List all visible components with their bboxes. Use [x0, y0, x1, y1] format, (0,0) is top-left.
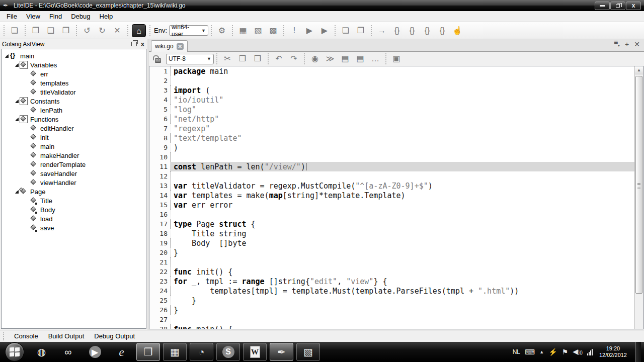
tree-item-main[interactable]: main [2, 142, 146, 151]
tree-item-edithandler[interactable]: editHandler [2, 124, 146, 133]
code-line[interactable]: 16 [149, 210, 634, 219]
build-icon[interactable]: ▦ [236, 24, 250, 37]
scrollbar-thumb[interactable] [635, 76, 642, 294]
build-and-run-icon[interactable]: ▶ [318, 24, 331, 37]
image-editor-icon[interactable]: ▧ [296, 343, 320, 361]
expand-arrow-icon[interactable] [14, 100, 20, 103]
fold-current-icon[interactable]: {} [390, 24, 404, 37]
code-line[interactable]: 5 "log" [149, 105, 634, 114]
paste-icon[interactable]: ❒ [251, 52, 264, 65]
unfold-icon[interactable]: {} [421, 24, 434, 37]
copy-icon[interactable]: ❐ [236, 52, 249, 65]
tab-close-icon[interactable]: ✕ [177, 43, 184, 50]
code-line[interactable]: 18 Title string [149, 229, 634, 238]
language-indicator[interactable]: NL [513, 348, 520, 355]
expand-arrow-icon[interactable] [4, 54, 10, 58]
unfold-all-icon[interactable]: {} [436, 24, 449, 37]
code-line[interactable]: 11const lenPath = len("/view/") [149, 162, 634, 171]
code-line[interactable]: 12 [149, 171, 634, 181]
output-tab-debug-output[interactable]: Debug Output [89, 331, 140, 341]
save-all-icon[interactable]: ❐ [59, 24, 72, 37]
menu-file[interactable]: File [2, 11, 22, 22]
code-line[interactable]: 6 "net/http" [149, 114, 634, 124]
media-player-icon[interactable]: ▶ [83, 343, 107, 361]
internet-explorer-icon[interactable]: e [110, 343, 133, 361]
code-line[interactable]: 15var err error [149, 200, 634, 210]
code-line[interactable]: 21 [149, 257, 634, 267]
close-panel-icon[interactable]: x [141, 41, 144, 47]
code-line[interactable]: 22func init() { [149, 267, 634, 277]
save-file-icon[interactable]: ❑ [44, 24, 57, 37]
code-editor[interactable]: 1package main23import (4 "io/ioutil"5 "l… [149, 66, 643, 329]
code-line[interactable]: 10 [149, 152, 634, 162]
env-select[interactable]: win64-user ▼ [169, 25, 208, 36]
expand-arrow-icon[interactable] [14, 118, 20, 121]
code-line[interactable]: 28func main() { [149, 324, 634, 329]
new-file-icon[interactable]: ❏ [8, 24, 21, 37]
code-line[interactable]: 2 [149, 76, 634, 85]
network-icon[interactable] [587, 348, 593, 355]
action-center-icon[interactable]: ⚑ [562, 348, 569, 356]
code-line[interactable]: 24 templates[tmpl] = template.Must(templ… [149, 286, 634, 296]
lock-icon[interactable] [155, 58, 161, 63]
revert-file-icon[interactable]: ↺ [80, 24, 94, 37]
tree-item-savehandler[interactable]: saveHandler [2, 169, 146, 178]
print-icon[interactable]: ▤ [339, 52, 352, 65]
start-button[interactable] [5, 342, 24, 361]
run-icon[interactable]: ▶ [303, 24, 316, 37]
code-line[interactable]: 3import ( [149, 85, 634, 95]
code-line[interactable]: 4 "io/ioutil" [149, 95, 634, 105]
goto-arrow-icon[interactable]: → [375, 24, 388, 37]
skype-icon[interactable]: S [216, 343, 240, 361]
code-line[interactable]: 14var templates = make(map[string]*templ… [149, 191, 634, 200]
menu-view[interactable]: View [22, 11, 45, 22]
print-preview-icon[interactable]: ▤ [354, 52, 367, 65]
firefox-icon[interactable]: ◔ [190, 343, 213, 361]
restore-button[interactable] [610, 2, 625, 10]
undo-icon[interactable]: ↶ [272, 52, 285, 65]
minimize-button[interactable] [595, 2, 610, 10]
expand-arrow-icon[interactable] [14, 190, 20, 194]
close-file-icon[interactable]: ✕ [111, 24, 124, 37]
tree-item-titlevalidator[interactable]: titleValidator [2, 87, 146, 97]
format-doc-icon[interactable]: ❏ [339, 24, 352, 37]
code-line[interactable]: 19 Body []byte [149, 238, 634, 248]
cut-icon[interactable]: ✂ [221, 52, 234, 65]
tree-item-constants[interactable]: Constants [2, 97, 146, 106]
open-file-icon[interactable]: ❒ [29, 24, 42, 37]
menu-help[interactable]: Help [95, 11, 118, 22]
compile-icon[interactable]: ! [288, 24, 301, 37]
code-line[interactable]: 13var titleValidator = regexp.MustCompil… [149, 181, 634, 191]
word-icon[interactable]: W [243, 343, 267, 361]
float-panel-icon[interactable] [131, 42, 137, 46]
overview-icon[interactable]: ▣ [390, 52, 403, 65]
clock[interactable]: 19:20 12/02/2012 [599, 345, 627, 358]
volume-icon[interactable]: ◀))) [573, 347, 583, 356]
safely-remove-icon[interactable]: ⚡ [548, 348, 557, 356]
home-icon[interactable]: ⌂ [132, 24, 146, 37]
code-line[interactable]: 27 [149, 315, 634, 324]
vertical-scrollbar[interactable]: ▲ [634, 66, 643, 329]
output-tab-build-output[interactable]: Build Output [43, 331, 90, 341]
network-globe-icon[interactable]: ◍ [30, 343, 53, 361]
explorer-icon[interactable]: ❒ [136, 343, 160, 361]
code-line[interactable]: 20} [149, 248, 634, 257]
encoding-select[interactable]: UTF-8 ▼ [166, 54, 214, 64]
close-button[interactable]: x [626, 2, 641, 10]
tree-item-init[interactable]: init [2, 133, 146, 142]
editor-list-icon[interactable]: ≡▾ [614, 39, 620, 49]
keyboard-icon[interactable]: ⌨ [525, 348, 535, 356]
build-file-icon[interactable]: ▧ [252, 24, 265, 37]
clear-doc-icon[interactable]: ❐ [354, 24, 367, 37]
show-hidden-icons-icon[interactable]: ▲ [539, 348, 544, 356]
tree-item-err[interactable]: err [2, 69, 146, 78]
liteide-icon[interactable]: ✒ [270, 343, 293, 361]
menu-find[interactable]: Find [45, 11, 66, 22]
output-tab-console[interactable]: Console [9, 331, 43, 341]
expand-arrow-icon[interactable] [14, 63, 20, 67]
calculator-icon[interactable]: ▦ [163, 343, 187, 361]
code-line[interactable]: 23 for _, tmpl := range []string{"edit",… [149, 277, 634, 286]
redo-icon[interactable]: ↷ [287, 52, 300, 65]
expression-infinity-icon[interactable]: ∞ [56, 343, 80, 361]
tree-item-rendertemplate[interactable]: renderTemplate [2, 160, 146, 169]
